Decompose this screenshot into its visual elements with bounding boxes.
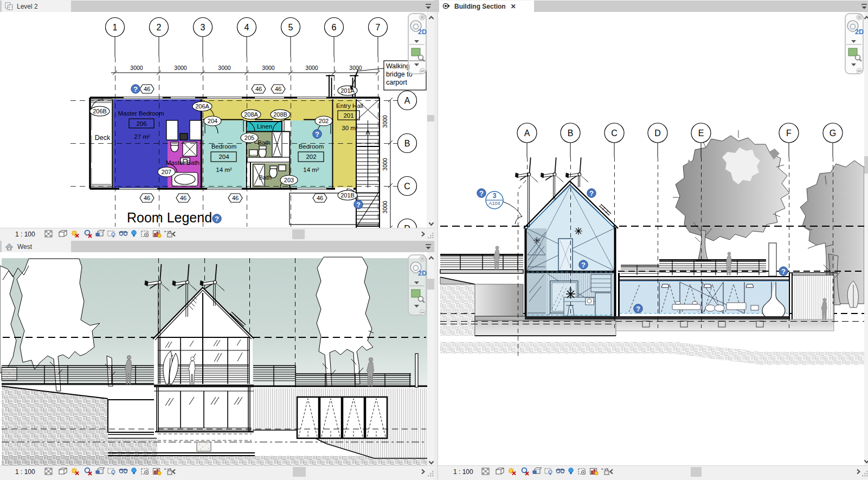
svg-text:Entry Hall: Entry Hall [336, 103, 363, 109]
svg-text:A104: A104 [488, 201, 500, 206]
svg-text:3000: 3000 [174, 65, 187, 71]
svg-text:2D: 2D [418, 28, 427, 36]
svg-text:27 m²: 27 m² [134, 133, 150, 140]
svg-text:C: C [404, 182, 410, 191]
svg-text:204: 204 [218, 153, 229, 160]
svg-text:E: E [698, 129, 704, 138]
svg-text:201: 201 [343, 112, 353, 119]
svg-text:3000: 3000 [218, 65, 231, 71]
svg-text:A: A [524, 129, 530, 138]
svg-text:Linen: Linen [257, 123, 272, 130]
svg-text:206: 206 [136, 120, 146, 127]
svg-text:Room Legend: Room Legend [127, 210, 212, 225]
svg-text:carport: carport [386, 79, 407, 86]
svg-text:Deck: Deck [95, 134, 111, 142]
svg-text:B: B [568, 129, 574, 138]
svg-text:3000: 3000 [349, 65, 362, 71]
svg-text:Bedroom: Bedroom [299, 143, 324, 150]
svg-text:Bedroom: Bedroom [211, 143, 237, 150]
svg-text:3000: 3000 [305, 65, 318, 71]
svg-text:208A: 208A [244, 111, 258, 118]
svg-text:203: 203 [284, 177, 294, 183]
svg-text:3000: 3000 [130, 65, 143, 71]
svg-text:A: A [404, 96, 410, 105]
svg-text:Bath: Bath [259, 174, 272, 181]
svg-text:D: D [654, 129, 661, 138]
svg-text:207: 207 [162, 169, 171, 175]
svg-text:F: F [786, 129, 792, 138]
svg-text:B: B [404, 139, 410, 148]
svg-text:14 m²: 14 m² [216, 167, 232, 173]
svg-text:205: 205 [245, 135, 254, 141]
svg-text:7: 7 [376, 23, 381, 32]
svg-text:C: C [611, 129, 618, 138]
svg-text:3000: 3000 [382, 201, 388, 214]
svg-text:3000: 3000 [382, 115, 388, 128]
svg-text:201B: 201B [340, 192, 355, 199]
svg-text:14 m²: 14 m² [303, 167, 319, 173]
svg-text:G: G [830, 129, 836, 138]
svg-text:5: 5 [288, 23, 293, 32]
svg-text:202: 202 [306, 153, 316, 160]
svg-text:202: 202 [319, 118, 329, 124]
svg-text:Master Bath: Master Bath [166, 159, 200, 166]
svg-text:204: 204 [208, 118, 217, 124]
svg-text:1: 1 [113, 23, 118, 32]
svg-text:2: 2 [157, 23, 162, 32]
svg-text:Master Bedroom: Master Bedroom [118, 110, 164, 117]
svg-text:Bath: Bath [258, 139, 271, 146]
svg-text:4: 4 [245, 23, 249, 32]
svg-text:3000: 3000 [382, 158, 388, 171]
svg-text:3: 3 [493, 192, 497, 200]
svg-text:3: 3 [201, 23, 205, 32]
svg-text:206B: 206B [93, 108, 107, 114]
svg-text:206A: 206A [195, 103, 209, 110]
svg-text:6: 6 [332, 23, 337, 32]
svg-text:208B: 208B [273, 111, 287, 118]
svg-text:D: D [404, 224, 410, 228]
svg-text:30 m²: 30 m² [342, 125, 358, 131]
svg-text:3000: 3000 [262, 65, 275, 71]
